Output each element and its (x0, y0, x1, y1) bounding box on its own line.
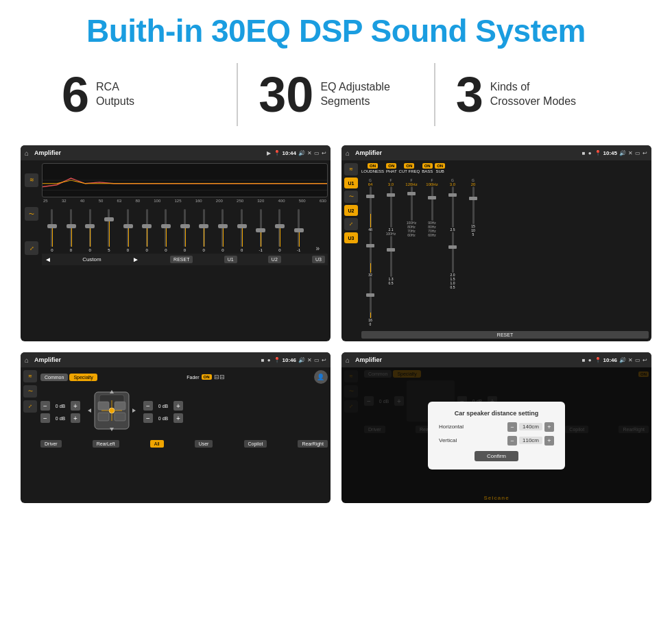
dialog-time: 10:46 (603, 357, 617, 363)
screens-grid: ⌂ Amplifier ▶ 📍 10:44 🔊 ✕ ▭ ↩ ≋ 〜 ⤢ (0, 138, 672, 517)
phat-toggle[interactable]: ON PHAT (386, 163, 397, 173)
dialog-dot-icon: ● (588, 357, 592, 363)
stat-eq: 30 EQ Adjustable Segments (237, 63, 433, 126)
eq-expand-icon[interactable]: ⤢ (25, 241, 38, 255)
fader-11: -1 (252, 209, 269, 252)
fader-screen-bar: ⌂ Amplifier ■ ● 📍 10:46 🔊 ✕ ▭ ↩ (21, 352, 331, 367)
eq-prev-button[interactable]: ◄ (45, 256, 51, 263)
amp-ch1: G 64 48 32 (361, 178, 379, 326)
tab-common[interactable]: Common (40, 374, 68, 381)
amp-wave-icon[interactable]: 〜 (344, 191, 358, 203)
eq-eq-icon[interactable]: ≋ (25, 173, 38, 187)
dialog-back-icon: ↩ (643, 357, 647, 363)
fr-plus-btn[interactable]: + (173, 401, 183, 411)
horizontal-value: 140cm (519, 423, 542, 430)
dialog-vol-icon: 🔊 (619, 357, 626, 363)
fader-13: -1 (290, 209, 308, 252)
dialog-home-icon[interactable]: ⌂ (346, 356, 350, 364)
amp-title: Amplifier (355, 149, 579, 156)
eq-u1-button[interactable]: U1 (224, 256, 237, 263)
amp-u1-btn[interactable]: U1 (344, 178, 358, 188)
amp-status-icons: 📍 10:45 🔊 ✕ ▭ ↩ (595, 150, 647, 156)
tab-specialty[interactable]: Specialty (69, 374, 97, 381)
eq-screen-bar: ⌂ Amplifier ▶ 📍 10:44 🔊 ✕ ▭ ↩ (21, 145, 331, 160)
vertical-minus-btn[interactable]: − (507, 436, 517, 446)
bass-toggle[interactable]: ON BASS (422, 163, 433, 173)
fader-rec-icon: ■ (261, 357, 265, 363)
driver-button[interactable]: Driver (40, 440, 62, 448)
amp-eq-icon[interactable]: ≋ (344, 163, 358, 175)
amp-screen: ⌂ Amplifier ■ ● 📍 10:45 🔊 ✕ ▭ ↩ ≋ U1 〜 U… (341, 145, 651, 341)
eq-home-icon[interactable]: ⌂ (25, 149, 29, 157)
fader-x-icon: ✕ (307, 357, 312, 363)
rl-plus-btn[interactable]: + (71, 413, 80, 423)
stat-rca: 6 RCA Outputs (41, 63, 237, 126)
eq-u3-button[interactable]: U3 (312, 256, 325, 263)
amp-ch4: F 100Hz 90Hz 80Hz 70Hz 60Hz (423, 178, 441, 237)
fader-expand-icon[interactable]: ⤢ (23, 400, 37, 413)
user-button[interactable]: User (195, 440, 213, 448)
fader-3: 5 (100, 209, 118, 252)
svg-rect-5 (115, 402, 125, 410)
fader-screen: ⌂ Amplifier ■ ● 📍 10:46 🔊 ✕ ▭ ↩ ≋ 〜 ⤢ (21, 352, 331, 503)
eq-faders: 0 0 0 (42, 204, 328, 252)
vertical-value: 110cm (519, 437, 542, 444)
confirm-button[interactable]: Confirm (475, 451, 518, 461)
amp-reset-button[interactable]: RESET (361, 331, 649, 339)
fader-home-icon[interactable]: ⌂ (25, 356, 29, 364)
fader-fr-control: − 0 dB + − 0 dB + (143, 401, 183, 423)
loudness-toggle[interactable]: ON LOUDNESS (361, 163, 384, 173)
fader-on-toggle[interactable]: ON (202, 374, 212, 380)
eq-wave-icon[interactable]: 〜 (25, 207, 38, 221)
fader-diagram-row: − 0 dB + − 0 dB + (40, 387, 328, 437)
amp-u3-btn[interactable]: U3 (344, 232, 358, 243)
rear-left-button[interactable]: RearLeft (93, 440, 119, 448)
amp-ch5: G 3.0 2.5 2.0 1.5 1.0 0.5 (444, 178, 461, 289)
eq-freq-labels: 25 32 40 50 63 80 100 125 160 200 250 32… (42, 199, 328, 203)
fr-minus-btn[interactable]: − (143, 401, 153, 411)
eq-mode-label: Custom (82, 256, 101, 263)
amp-expand-icon[interactable]: ⤢ (344, 218, 358, 230)
horizontal-minus-btn[interactable]: − (507, 422, 517, 432)
cutfreq-toggle[interactable]: ON CUT FREQ (399, 163, 420, 173)
eq-status-icons: 📍 10:44 🔊 ✕ ▭ ↩ (274, 150, 326, 156)
rr-minus-btn[interactable]: − (143, 413, 153, 423)
fader-7: 0 (176, 209, 194, 252)
page-title: Buith-in 30EQ DSP Sound System (14, 12, 658, 49)
fader-2: 0 (81, 209, 99, 252)
svg-rect-4 (98, 402, 109, 410)
copilot-button[interactable]: Copilot (244, 440, 267, 448)
fader-arrow[interactable]: » (309, 245, 326, 252)
fader-wave-icon[interactable]: 〜 (23, 385, 37, 398)
rr-plus-btn[interactable]: + (173, 413, 183, 423)
eq-u2-button[interactable]: U2 (268, 256, 281, 263)
dialog-overlay: Car speaker distance setting Horizontal … (341, 367, 651, 503)
fader-on-row: Fader ON ⊟⊟ (187, 374, 224, 380)
fl-plus-btn[interactable]: + (71, 401, 80, 411)
all-button[interactable]: All (150, 440, 164, 448)
sub-toggle[interactable]: ON SUB (435, 163, 445, 173)
header-section: Buith-in 30EQ DSP Sound System (0, 0, 672, 56)
horizontal-plus-btn[interactable]: + (544, 422, 554, 432)
eq-vol-icon: 🔊 (298, 150, 305, 156)
fader-time: 10:46 (283, 357, 296, 363)
dialog-status-icons: 📍 10:46 🔊 ✕ ▭ ↩ (595, 357, 647, 363)
fader-eq-icon[interactable]: ≋ (23, 370, 37, 382)
amp-time: 10:45 (603, 150, 617, 156)
eq-screen: ⌂ Amplifier ▶ 📍 10:44 🔊 ✕ ▭ ↩ ≋ 〜 ⤢ (21, 145, 331, 341)
rl-minus-btn[interactable]: − (40, 413, 50, 423)
eq-reset-button[interactable]: RESET (170, 256, 193, 263)
rear-right-button[interactable]: RearRight (298, 440, 328, 448)
fr-value: 0 dB (155, 404, 171, 409)
fl-minus-btn[interactable]: − (40, 401, 50, 411)
eq-main: 25 32 40 50 63 80 100 125 160 200 250 32… (42, 163, 328, 265)
vertical-plus-btn[interactable]: + (544, 436, 554, 446)
dialog-screen-bar: ⌂ Amplifier ■ ● 📍 10:46 🔊 ✕ ▭ ↩ (341, 352, 651, 367)
amp-home-icon[interactable]: ⌂ (346, 149, 350, 157)
dialog-screen: ⌂ Amplifier ■ ● 📍 10:46 🔊 ✕ ▭ ↩ ≋ 〜 ⤢ (341, 352, 651, 503)
amp-u2-btn[interactable]: U2 (344, 205, 358, 216)
eq-next-button[interactable]: ► (132, 256, 139, 263)
fader-tabs: Common Specialty (40, 374, 97, 381)
stat-rca-text: RCA Outputs (96, 80, 134, 109)
fader-9: 0 (214, 209, 232, 252)
